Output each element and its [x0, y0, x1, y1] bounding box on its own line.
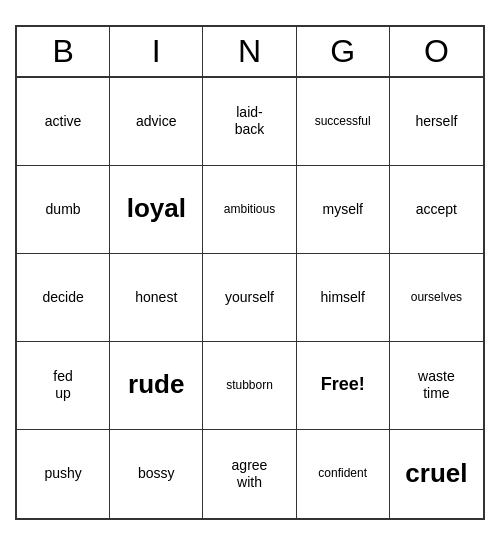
bingo-cell-20: pushy [17, 430, 110, 518]
bingo-cell-9: accept [390, 166, 483, 254]
bingo-cell-13: himself [297, 254, 390, 342]
bingo-cell-7: ambitious [203, 166, 296, 254]
bingo-cell-4: herself [390, 78, 483, 166]
bingo-header: BINGO [17, 27, 483, 78]
bingo-cell-1: advice [110, 78, 203, 166]
bingo-card: BINGO activeadvicelaid-backsuccessfulher… [15, 25, 485, 520]
bingo-cell-8: myself [297, 166, 390, 254]
bingo-grid: activeadvicelaid-backsuccessfulherselfdu… [17, 78, 483, 518]
bingo-cell-15: fedup [17, 342, 110, 430]
bingo-cell-3: successful [297, 78, 390, 166]
bingo-cell-11: honest [110, 254, 203, 342]
header-letter-o: O [390, 27, 483, 76]
bingo-cell-19: wastetime [390, 342, 483, 430]
bingo-cell-12: yourself [203, 254, 296, 342]
bingo-cell-18: Free! [297, 342, 390, 430]
header-letter-i: I [110, 27, 203, 76]
bingo-cell-21: bossy [110, 430, 203, 518]
bingo-cell-17: stubborn [203, 342, 296, 430]
bingo-cell-16: rude [110, 342, 203, 430]
bingo-cell-24: cruel [390, 430, 483, 518]
bingo-cell-0: active [17, 78, 110, 166]
header-letter-g: G [297, 27, 390, 76]
bingo-cell-14: ourselves [390, 254, 483, 342]
bingo-cell-6: loyal [110, 166, 203, 254]
header-letter-b: B [17, 27, 110, 76]
bingo-cell-2: laid-back [203, 78, 296, 166]
bingo-cell-10: decide [17, 254, 110, 342]
bingo-cell-22: agreewith [203, 430, 296, 518]
bingo-cell-23: confident [297, 430, 390, 518]
bingo-cell-5: dumb [17, 166, 110, 254]
header-letter-n: N [203, 27, 296, 76]
